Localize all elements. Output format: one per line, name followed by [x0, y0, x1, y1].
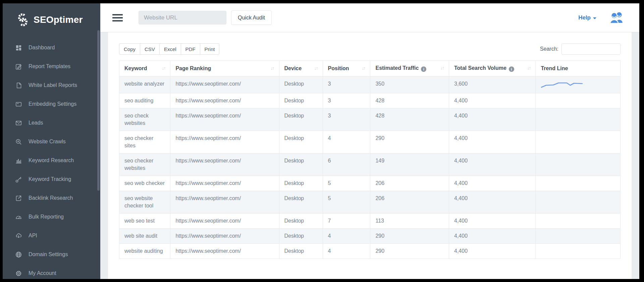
cell-device: Desktop [279, 244, 323, 259]
sidebar-item-label: Leads [29, 120, 43, 126]
sidebar-item-leads[interactable]: Leads [3, 113, 100, 132]
caret-down-icon [593, 17, 596, 19]
sort-icon[interactable]: ↓↑ [527, 65, 530, 70]
export-pdf-button[interactable]: PDF [181, 43, 200, 55]
sidebar-nav: DashboardReport TemplatesWhite Label Rep… [3, 36, 100, 279]
cell-device: Desktop [279, 153, 323, 176]
sort-icon[interactable]: ↓↑ [440, 65, 444, 70]
info-icon[interactable]: i [509, 66, 514, 72]
cell-estimated-traffic: 290 [370, 229, 449, 244]
help-dropdown[interactable]: Help [578, 14, 596, 21]
cell-page-ranking: https://www.seoptimer.com/ [170, 108, 279, 131]
cloud-download-icon [15, 232, 22, 239]
sidebar-item-keyword-tracking[interactable]: Keyword Tracking [3, 170, 100, 189]
website-url-input[interactable] [139, 11, 226, 25]
export-copy-button[interactable]: Copy [119, 43, 140, 55]
sidebar-item-website-crawls[interactable]: Website Crawls [3, 132, 100, 151]
cell-estimated-traffic: 149 [370, 153, 449, 176]
cell-device: Desktop [279, 191, 323, 214]
table-row: seo check websiteshttps://www.seoptimer.… [119, 108, 621, 131]
file-icon [15, 82, 22, 89]
table-header-row: Keyword↓↑Page Ranking↓↑Device↓↑Position↓… [119, 61, 621, 77]
cell-device: Desktop [279, 77, 323, 93]
search-label: Search: [540, 46, 558, 52]
cell-page-ranking: https://www.seoptimer.com/ [170, 77, 279, 93]
sidebar-item-api[interactable]: API [3, 226, 100, 245]
sidebar-item-dashboard[interactable]: Dashboard [3, 38, 100, 57]
sidebar-item-domain-settings[interactable]: Domain Settings [3, 245, 100, 264]
sidebar-item-embedding-settings[interactable]: Embedding Settings [3, 95, 100, 113]
cell-keyword: website auditing [119, 244, 170, 259]
table-row: website analyzerhttps://www.seoptimer.co… [119, 77, 621, 93]
sort-icon[interactable]: ↓↑ [362, 65, 365, 71]
export-excel-button[interactable]: Excel [159, 43, 181, 55]
cell-device: Desktop [279, 131, 323, 153]
table-row: seo web checkerhttps://www.seoptimer.com… [119, 176, 621, 191]
keyword-table: Keyword↓↑Page Ranking↓↑Device↓↑Position↓… [119, 60, 621, 259]
column-header-total-search-volume[interactable]: Total Search Volumei↓↑ [449, 61, 536, 77]
cell-total-search-volume: 3,600 [449, 77, 536, 93]
sort-icon[interactable]: ↓↑ [314, 65, 318, 71]
cell-trend [536, 229, 621, 244]
sidebar-item-report-templates[interactable]: Report Templates [3, 57, 100, 76]
column-label: Trend Line [541, 65, 568, 71]
cell-keyword: seo website checker tool [119, 191, 170, 214]
sidebar-item-label: My Account [29, 270, 56, 276]
cell-estimated-traffic: 290 [370, 244, 449, 259]
cell-total-search-volume: 4,400 [449, 153, 536, 176]
info-icon[interactable]: i [421, 66, 426, 72]
column-label: Page Ranking [175, 65, 211, 71]
cell-total-search-volume: 4,400 [449, 131, 536, 153]
cell-device: Desktop [279, 108, 323, 131]
column-header-device[interactable]: Device↓↑ [279, 61, 323, 77]
cell-keyword: seo check websites [119, 108, 170, 131]
main-area: Quick Audit Help [100, 3, 639, 279]
sidebar-item-keyword-research[interactable]: Keyword Research [3, 151, 100, 170]
cell-trend [536, 77, 621, 93]
sidebar-item-label: White Label Reports [29, 82, 77, 88]
sidebar-item-white-label-reports[interactable]: White Label Reports [3, 76, 100, 95]
cell-page-ranking: https://www.seoptimer.com/ [170, 229, 279, 244]
sidebar-item-bulk-reporting[interactable]: Bulk Reporting [3, 207, 100, 226]
cell-estimated-traffic: 350 [370, 77, 449, 93]
column-label: Keyword [124, 65, 147, 71]
logo[interactable]: SEOptimer [3, 3, 100, 36]
column-header-estimated-traffic[interactable]: Estimated Traffici↓↑ [370, 61, 449, 77]
cell-keyword: seo checker sites [119, 131, 170, 153]
cell-position: 5 [323, 191, 370, 214]
cell-keyword: seo auditing [119, 93, 170, 108]
sidebar-item-label: Website Crawls [29, 139, 66, 145]
export-button-group: CopyCSVExcelPDFPrint [119, 43, 219, 55]
search-input[interactable] [561, 43, 621, 55]
table-row: website auditinghttps://www.seoptimer.co… [119, 244, 621, 259]
users-icon[interactable] [609, 11, 625, 24]
content-card: CopyCSVExcelPDFPrint Search: Keyword↓↑Pa… [108, 32, 632, 279]
sidebar-item-my-account[interactable]: My Account [3, 264, 100, 279]
cell-page-ranking: https://www.seoptimer.com/ [170, 131, 279, 153]
cell-estimated-traffic: 206 [370, 176, 449, 191]
sidebar-item-label: Embedding Settings [29, 101, 76, 107]
export-print-button[interactable]: Print [200, 43, 220, 55]
export-csv-button[interactable]: CSV [140, 43, 160, 55]
cell-position: 4 [323, 244, 370, 259]
dashboard-icon [15, 44, 22, 51]
column-header-page-ranking[interactable]: Page Ranking↓↑ [170, 61, 279, 77]
sort-icon[interactable]: ↓↑ [271, 65, 274, 71]
column-header-position[interactable]: Position↓↑ [323, 61, 370, 77]
column-label: Estimated Traffic [375, 65, 419, 71]
app-window: SEOptimer DashboardReport TemplatesWhite… [3, 3, 639, 279]
cell-total-search-volume: 4,400 [449, 191, 536, 214]
sidebar-item-backlink-research[interactable]: Backlink Research [3, 189, 100, 207]
sidebar-scrollbar-thumb[interactable] [97, 30, 100, 191]
quick-audit-button[interactable]: Quick Audit [231, 10, 272, 25]
cell-total-search-volume: 4,400 [449, 229, 536, 244]
cell-keyword: website analyzer [119, 77, 170, 93]
hamburger-menu-icon[interactable] [112, 14, 123, 21]
column-header-keyword[interactable]: Keyword↓↑ [119, 61, 170, 77]
sort-icon[interactable]: ↓↑ [162, 65, 165, 71]
globe-icon [15, 251, 22, 258]
bar-chart-icon [15, 157, 22, 164]
cell-estimated-traffic: 428 [370, 108, 449, 131]
cell-position: 3 [323, 93, 370, 108]
cell-trend [536, 108, 621, 131]
